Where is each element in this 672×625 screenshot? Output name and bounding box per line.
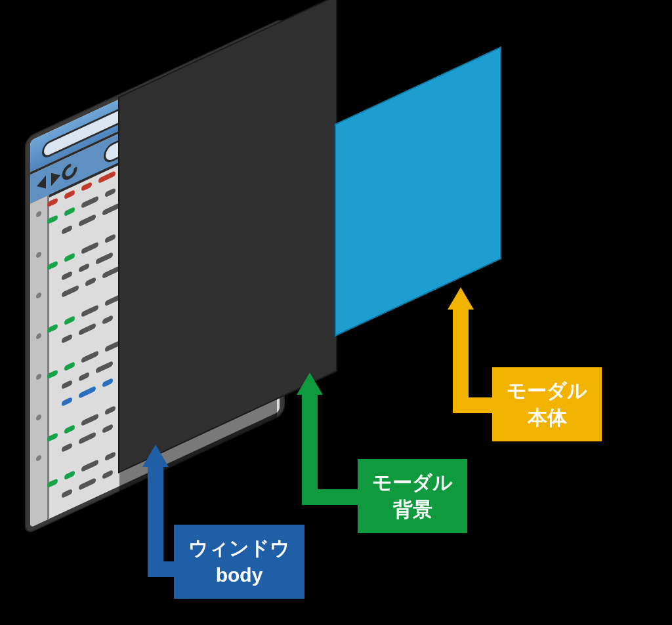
- code-gutter: [30, 195, 49, 528]
- label-text: 本体: [528, 407, 567, 428]
- diagram-stage: モーダル 本体 モーダル 背景 ウィンドウ body: [0, 0, 672, 625]
- label-text: モーダル: [507, 380, 587, 401]
- arrow-head-icon: [297, 373, 323, 395]
- arrow-head-icon: [448, 287, 474, 310]
- label-window-body: ウィンドウ body: [174, 525, 304, 599]
- label-modal-body: モーダル 本体: [492, 367, 602, 441]
- label-text: 背景: [393, 498, 432, 520]
- label-text: body: [216, 564, 263, 586]
- svg-marker-0: [37, 175, 46, 193]
- arrow-head-icon: [142, 445, 169, 467]
- label-modal-backdrop: モーダル 背景: [358, 459, 467, 533]
- label-text: ウィンドウ: [188, 537, 290, 559]
- svg-marker-1: [51, 169, 60, 186]
- label-text: モーダル: [372, 472, 453, 493]
- layer-modal-body: [335, 47, 501, 336]
